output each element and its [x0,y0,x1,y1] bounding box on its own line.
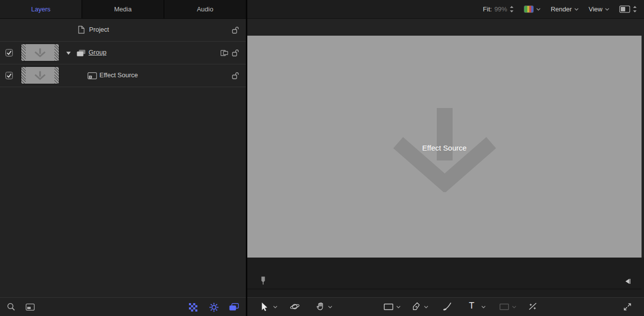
motion-window: Layers Media Audio Project [0,0,644,316]
playhead-marker-icon[interactable] [261,276,266,285]
view-menu[interactable]: View [589,5,609,13]
chevron-down-icon[interactable] [481,306,486,309]
select-tool[interactable] [261,302,268,311]
channels-control[interactable] [524,5,541,13]
chevron-down-icon[interactable] [424,306,428,309]
render-menu[interactable]: Render [551,5,579,13]
chevron-down-icon[interactable] [328,306,332,309]
tab-media[interactable]: Media [82,0,164,18]
effect-source-label: Effect Source [99,71,138,79]
orbit-3d-tool[interactable] [290,303,300,311]
lock-icon[interactable] [232,72,239,79]
layers-panel-footer [0,297,246,316]
chevron-down-icon [536,8,541,11]
project-row[interactable]: Project [0,19,246,42]
chevron-down-icon [605,8,609,11]
timeline-track [247,289,642,289]
gear-icon[interactable] [209,303,219,312]
group-row[interactable]: Group [0,42,246,64]
canvas-viewer: Fit: 99% Render View [247,0,644,316]
view-label: View [589,5,602,13]
stepper-icon[interactable] [633,5,637,13]
group-thumbnail[interactable] [21,44,59,61]
chevron-down-icon [574,8,579,11]
group-label[interactable]: Group [89,49,106,56]
chevron-down-icon [512,306,516,309]
canvas-area: Effect Source [247,19,644,258]
rectangle-shape-tool[interactable] [384,304,393,310]
bezier-pen-tool[interactable] [413,302,420,311]
canvas-placeholder-label: Effect Source [247,144,642,152]
search-icon[interactable] [7,303,15,311]
filter-frame-icon[interactable] [26,304,35,311]
fit-label: Fit: [483,5,492,13]
text-tool[interactable]: T [469,301,474,310]
disclosure-triangle-icon[interactable] [66,52,71,55]
zoom-value: 99% [494,5,507,13]
group-icon [77,50,86,56]
effect-source-row[interactable]: Effect Source [0,64,246,87]
tab-audio[interactable]: Audio [164,0,246,18]
adjust-glint-tool[interactable] [528,302,537,311]
tab-layers[interactable]: Layers [0,0,82,18]
effect-source-checkbox[interactable] [5,72,13,79]
transparency-checker-icon[interactable] [189,303,197,312]
document-icon [78,26,85,34]
canvas[interactable]: Effect Source [247,36,642,258]
viewer-toolbar: Fit: 99% Render View [247,0,644,19]
effect-source-thumbnail[interactable] [21,66,59,84]
mini-timeline[interactable] [247,258,644,297]
panel-tabbar: Layers Media Audio [0,0,246,19]
effect-source-icon [88,72,97,79]
paint-stroke-tool[interactable] [443,302,452,311]
hand-tool[interactable] [317,302,325,311]
mask-tool-disabled [500,304,509,310]
blend-mode-icon[interactable] [221,50,228,56]
layers-list-icon[interactable] [229,303,239,311]
display-layout-control[interactable] [619,5,637,13]
lock-icon[interactable] [232,26,239,34]
display-icon [619,5,630,13]
stepper-icon[interactable] [509,5,514,13]
render-label: Render [551,5,572,13]
chevron-down-icon[interactable] [273,306,277,309]
layers-panel: Layers Media Audio Project [0,0,246,316]
canvas-tools-bar: T [247,297,644,316]
timeline-end-marker-icon[interactable] [625,278,631,284]
project-label: Project [89,26,109,33]
zoom-control[interactable]: Fit: 99% [483,5,514,13]
fullscreen-expand-icon[interactable] [623,303,632,311]
color-channels-icon [524,5,534,13]
chevron-down-icon[interactable] [396,306,401,309]
lock-icon[interactable] [232,49,239,56]
group-checkbox[interactable] [5,49,13,56]
